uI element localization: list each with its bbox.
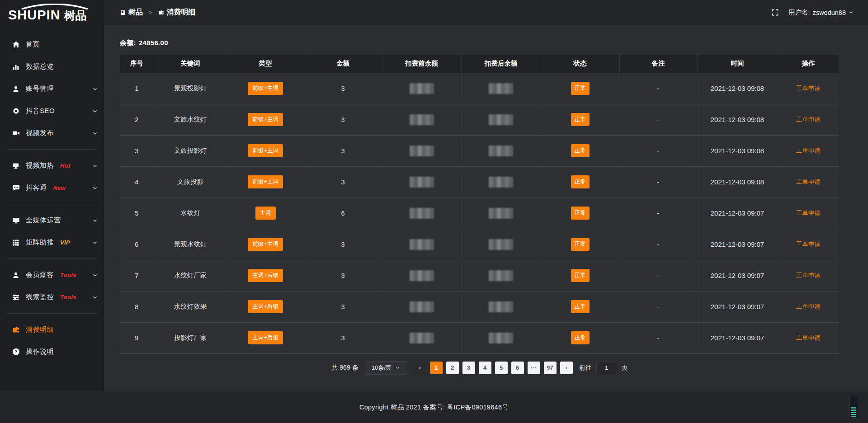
vip-badge: VIP xyxy=(60,239,70,246)
work-order-link[interactable]: 工单申请 xyxy=(796,272,821,279)
bar-chart-icon xyxy=(12,63,20,71)
prev-page-button[interactable]: ‹ xyxy=(414,362,426,374)
type-badge: 主词+后缀 xyxy=(248,269,283,282)
sidebar-item-doukewtong[interactable]: 抖客通 New xyxy=(0,177,104,199)
cell-amount: 6 xyxy=(304,197,382,229)
sidebar-item-label: 视频发布 xyxy=(26,129,54,137)
more-pages-button[interactable]: ··· xyxy=(528,362,540,374)
sidebar-item-data-overview[interactable]: 数据总览 xyxy=(0,56,104,78)
type-badge: 前缀+主词 xyxy=(248,82,283,95)
cell-balance-before xyxy=(382,135,461,166)
app-logo: SHUPIN 树品 xyxy=(0,0,104,29)
cell-keyword: 文旅水纹灯 xyxy=(154,104,227,135)
work-order-link[interactable]: 工单申请 xyxy=(796,147,821,154)
fullscreen-icon[interactable] xyxy=(772,9,778,16)
table-body: 1 景观投影灯 前缀+主词 3 正常 - 2021-12-03 09:08 工单… xyxy=(120,73,839,353)
sidebar-item-label: 线索监控 xyxy=(26,293,54,301)
cell-type: 前缀+主词 xyxy=(227,135,304,166)
work-order-link[interactable]: 工单申请 xyxy=(796,179,821,185)
top-bar: 树品 > 消费明细 用户名: zswodun88 xyxy=(104,0,868,25)
tools-badge: Tools xyxy=(60,272,76,278)
cell-status: 正常 xyxy=(541,135,619,166)
sidebar-item-label: 操作说明 xyxy=(26,348,54,356)
page-button[interactable]: 4 xyxy=(479,362,491,374)
goto-page-input[interactable] xyxy=(596,362,617,374)
sidebar-item-consumption-details[interactable]: 消费明细 xyxy=(0,319,104,341)
divider xyxy=(7,313,97,314)
sidebar-item-video-publish[interactable]: 视频发布 xyxy=(0,122,104,144)
work-order-link[interactable]: 工单申请 xyxy=(796,303,821,310)
question-circle-icon: ? xyxy=(12,348,20,356)
table-row: 4 文旅投影 前缀+主词 3 正常 - 2021-12-03 09:08 工单申… xyxy=(120,166,839,197)
breadcrumb-label: 消费明细 xyxy=(167,8,196,17)
page-button[interactable]: 1 xyxy=(430,362,443,374)
cell-amount: 3 xyxy=(304,73,382,104)
cell-remark: - xyxy=(619,166,697,197)
sidebar-item-douyin-seo[interactable]: 抖音SEO xyxy=(0,100,104,122)
user-menu[interactable]: 用户名: zswodun88 xyxy=(788,8,854,17)
sidebar-item-account-mgmt[interactable]: 账号管理 xyxy=(0,78,104,100)
cell-status: 正常 xyxy=(541,197,619,229)
sidebar-item-video-heat[interactable]: 视频加热 Hot xyxy=(0,155,104,177)
logo-text-en: SHUPIN xyxy=(8,8,61,23)
cell-keyword: 水纹灯 xyxy=(154,197,227,229)
app-layout: SHUPIN 树品 首页 数据总览 账号管理 xyxy=(0,0,868,391)
cell-type: 主词 xyxy=(227,197,304,229)
status-badge: 正常 xyxy=(571,238,590,251)
breadcrumb-item-root[interactable]: 树品 xyxy=(120,8,143,17)
page-button[interactable]: 2 xyxy=(446,362,459,374)
balance-display: 余额:24856.00 xyxy=(120,39,840,47)
work-order-link[interactable]: 工单申请 xyxy=(796,85,821,92)
page-button[interactable]: 5 xyxy=(495,362,508,374)
sidebar-item-member-burst[interactable]: 会员爆客 Tools xyxy=(0,264,104,286)
sidebar-item-instructions[interactable]: ? 操作说明 xyxy=(0,341,104,363)
chat-bubble-icon xyxy=(12,184,20,192)
goto-unit: 页 xyxy=(622,364,628,372)
page-button[interactable]: 97 xyxy=(544,362,557,374)
new-badge: New xyxy=(53,184,66,191)
sidebar-menu: 首页 数据总览 账号管理 抖音SEO xyxy=(0,33,104,363)
redacted-value xyxy=(410,146,434,156)
redacted-value xyxy=(410,239,434,250)
hot-badge: Hot xyxy=(60,162,71,169)
chevron-down-icon xyxy=(92,185,98,191)
type-badge: 主词+后缀 xyxy=(248,300,283,313)
sidebar-item-home[interactable]: 首页 xyxy=(0,33,104,56)
chevron-down-icon xyxy=(92,86,98,92)
redacted-value xyxy=(410,114,434,125)
status-badge: 正常 xyxy=(571,300,590,313)
cell-time: 2021-12-03 09:08 xyxy=(697,166,778,197)
cell-type: 前缀+主词 xyxy=(227,104,304,135)
cell-balance-after xyxy=(461,291,541,322)
work-order-link[interactable]: 工单申请 xyxy=(796,241,821,248)
column-header: 操作 xyxy=(778,55,839,73)
cell-remark: - xyxy=(619,104,697,135)
monitor-icon xyxy=(12,216,20,225)
sidebar-item-lead-monitor[interactable]: 线索监控 Tools xyxy=(0,286,104,308)
cell-amount: 3 xyxy=(304,229,382,260)
floating-widget[interactable] xyxy=(849,394,858,418)
work-order-link[interactable]: 工单申请 xyxy=(796,116,821,123)
page-button[interactable]: 6 xyxy=(511,362,524,374)
cell-keyword: 文旅投影灯 xyxy=(154,135,227,166)
page-size-select[interactable]: 10条/页 xyxy=(365,361,407,375)
status-badge: 正常 xyxy=(571,82,590,95)
sidebar-item-matrix-boost[interactable]: 矩阵助推 VIP xyxy=(0,231,104,254)
table-header-row: 序号关键词类型金额扣费前余额扣费后余额状态备注时间操作 xyxy=(120,55,839,73)
cell-keyword: 文旅投影 xyxy=(154,166,227,197)
work-order-link[interactable]: 工单申请 xyxy=(796,334,821,341)
sidebar: SHUPIN 树品 首页 数据总览 账号管理 xyxy=(0,0,104,391)
cell-status: 正常 xyxy=(541,291,619,322)
sidebar-item-label: 消费明细 xyxy=(26,325,54,334)
cell-balance-before xyxy=(382,322,461,353)
cell-time: 2021-12-03 09:08 xyxy=(697,135,778,166)
status-badge: 正常 xyxy=(571,269,590,282)
page-button[interactable]: 3 xyxy=(462,362,475,374)
work-order-link[interactable]: 工单申请 xyxy=(796,210,821,216)
sidebar-item-all-media[interactable]: 全媒体运营 xyxy=(0,209,104,231)
divider xyxy=(7,149,97,150)
type-badge: 前缀+主词 xyxy=(248,144,283,157)
status-badge: 正常 xyxy=(571,113,590,126)
divider xyxy=(7,258,97,259)
next-page-button[interactable]: › xyxy=(560,362,573,374)
